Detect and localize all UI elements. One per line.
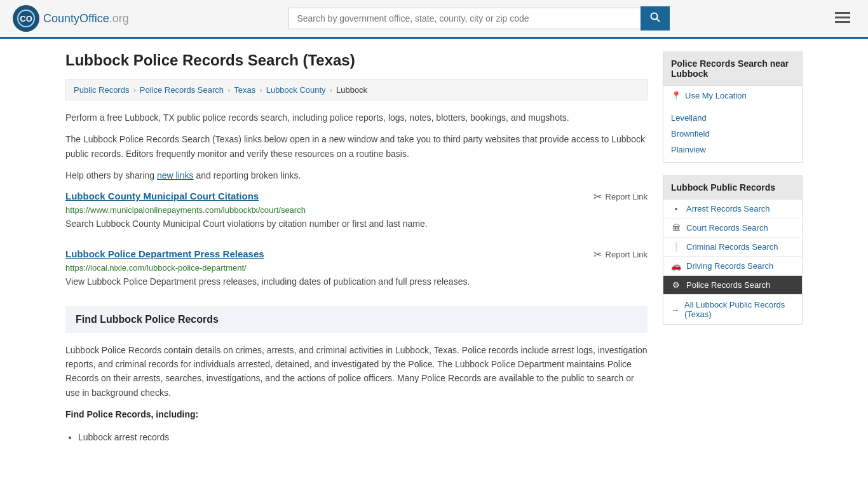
all-records-label: All Lubbock Public Records (Texas) bbox=[684, 300, 794, 319]
arrest-icon: ▪ bbox=[671, 204, 681, 214]
report-link-label-1: Report Link bbox=[606, 192, 648, 201]
svg-rect-4 bbox=[835, 12, 850, 14]
police-records-label: Police Records Search bbox=[686, 280, 770, 290]
resource-header-1: Lubbock County Municipal Court Citations… bbox=[65, 191, 648, 203]
driving-icon: 🚗 bbox=[671, 261, 681, 271]
find-section: Find Lubbock Police Records bbox=[65, 306, 648, 333]
arrest-records-label: Arrest Records Search bbox=[686, 204, 770, 214]
logo-icon: CO bbox=[13, 5, 39, 32]
report-link-btn-2[interactable]: ✂ Report Link bbox=[593, 248, 648, 261]
logo-text: CountyOffice.org bbox=[43, 12, 129, 25]
resource-title-1[interactable]: Lubbock County Municipal Court Citations bbox=[65, 191, 259, 201]
description-3: Help others by sharing new links and rep… bbox=[65, 168, 648, 182]
find-police-label-bold: Find Police Records, including: bbox=[65, 409, 198, 419]
resource-desc-2: View Lubbock Police Department press rel… bbox=[65, 275, 648, 288]
new-links-link[interactable]: new links bbox=[157, 170, 194, 180]
report-link-label-2: Report Link bbox=[606, 250, 648, 259]
list-item: Lubbock arrest records bbox=[78, 430, 648, 445]
use-location-label: Use My Location bbox=[685, 91, 747, 100]
resource-url-1[interactable]: https://www.municipalonlinepayments.com/… bbox=[65, 205, 648, 215]
location-pin-icon: 📍 bbox=[671, 91, 681, 100]
police-records-list: Lubbock arrest records bbox=[78, 430, 648, 445]
resource-item-2: Lubbock Police Department Press Releases… bbox=[65, 248, 648, 288]
criminal-icon: ❕ bbox=[671, 242, 681, 252]
sidebar: Police Records Search near Lubbock 📍 Use… bbox=[663, 51, 803, 445]
resource-title-2[interactable]: Lubbock Police Department Press Releases bbox=[65, 248, 264, 259]
search-area bbox=[288, 6, 670, 30]
sidebar-nearby-links: Levelland Brownfield Plainview bbox=[663, 105, 802, 162]
find-police-records-label: Find Police Records, including: bbox=[65, 407, 648, 421]
all-records-link[interactable]: → All Lubbock Public Records (Texas) bbox=[663, 295, 802, 324]
content: Lubbock Police Records Search (Texas) Pu… bbox=[65, 51, 648, 445]
resource-header-2: Lubbock Police Department Press Releases… bbox=[65, 248, 648, 261]
report-icon-1: ✂ bbox=[593, 191, 602, 203]
use-location-btn[interactable]: 📍 Use My Location bbox=[663, 86, 802, 105]
desc3-post: and reporting broken links. bbox=[194, 170, 301, 180]
menu-button[interactable] bbox=[830, 7, 855, 30]
sidebar-link-plainview[interactable]: Plainview bbox=[671, 142, 794, 157]
breadcrumb-lubbock: Lubbock bbox=[336, 85, 367, 95]
breadcrumb: Public Records › Police Records Search ›… bbox=[65, 79, 648, 100]
breadcrumb-lubbock-county[interactable]: Lubbock County bbox=[266, 85, 326, 95]
resource-desc-1: Search Lubbock County Municipal Court vi… bbox=[65, 217, 648, 231]
svg-rect-6 bbox=[835, 21, 850, 23]
driving-records-label: Driving Records Search bbox=[686, 261, 773, 271]
logo-suffix: .org bbox=[109, 12, 129, 25]
breadcrumb-texas[interactable]: Texas bbox=[234, 85, 255, 95]
logo-name: CountyOffice bbox=[43, 12, 109, 25]
find-section-title: Find Lubbock Police Records bbox=[76, 314, 637, 325]
breadcrumb-sep-2: › bbox=[227, 85, 230, 95]
sidebar-criminal-records[interactable]: ❕ Criminal Records Search bbox=[663, 238, 802, 257]
description-2: The Lubbock Police Records Search (Texas… bbox=[65, 132, 648, 161]
svg-point-2 bbox=[651, 13, 658, 20]
report-icon-2: ✂ bbox=[593, 248, 602, 261]
svg-line-3 bbox=[657, 19, 660, 22]
search-input[interactable] bbox=[288, 8, 641, 29]
sidebar-driving-records[interactable]: 🚗 Driving Records Search bbox=[663, 257, 802, 276]
desc3-pre: Help others by sharing bbox=[65, 170, 157, 180]
breadcrumb-sep-4: › bbox=[330, 85, 332, 95]
main-wrapper: Lubbock Police Records Search (Texas) Pu… bbox=[53, 39, 815, 458]
court-icon: 🏛 bbox=[671, 223, 681, 233]
breadcrumb-police-records-search[interactable]: Police Records Search bbox=[140, 85, 224, 95]
header: CO CountyOffice.org bbox=[0, 0, 868, 39]
svg-text:CO: CO bbox=[20, 14, 32, 24]
resource-item-1: Lubbock County Municipal Court Citations… bbox=[65, 191, 648, 231]
body-text-1: Lubbock Police Records contain details o… bbox=[65, 343, 648, 400]
search-button[interactable] bbox=[641, 6, 670, 30]
arrow-icon: → bbox=[671, 305, 679, 315]
resource-url-2[interactable]: https://local.nixle.com/lubbock-police-d… bbox=[65, 263, 648, 273]
sidebar-public-records-box: Lubbock Public Records ▪ Arrest Records … bbox=[663, 175, 803, 325]
breadcrumb-sep-1: › bbox=[133, 85, 135, 95]
description-1: Perform a free Lubbock, TX public police… bbox=[65, 111, 648, 125]
logo-area: CO CountyOffice.org bbox=[13, 5, 129, 32]
sidebar-nearby-title: Police Records Search near Lubbock bbox=[663, 52, 802, 86]
breadcrumb-public-records[interactable]: Public Records bbox=[74, 85, 129, 95]
breadcrumb-sep-3: › bbox=[259, 85, 262, 95]
sidebar-link-brownfield[interactable]: Brownfield bbox=[671, 126, 794, 141]
sidebar-link-levelland[interactable]: Levelland bbox=[671, 111, 794, 125]
criminal-records-label: Criminal Records Search bbox=[686, 242, 778, 252]
report-link-btn-1[interactable]: ✂ Report Link bbox=[593, 191, 648, 203]
page-title: Lubbock Police Records Search (Texas) bbox=[65, 51, 648, 69]
sidebar-public-records-title: Lubbock Public Records bbox=[663, 176, 802, 200]
sidebar-police-records[interactable]: ⚙ Police Records Search bbox=[663, 276, 802, 295]
svg-rect-5 bbox=[835, 17, 850, 18]
sidebar-arrest-records[interactable]: ▪ Arrest Records Search bbox=[663, 200, 802, 219]
court-records-label: Court Records Search bbox=[686, 223, 768, 233]
police-icon: ⚙ bbox=[671, 280, 681, 290]
sidebar-nearby-box: Police Records Search near Lubbock 📍 Use… bbox=[663, 51, 803, 163]
sidebar-court-records[interactable]: 🏛 Court Records Search bbox=[663, 219, 802, 238]
